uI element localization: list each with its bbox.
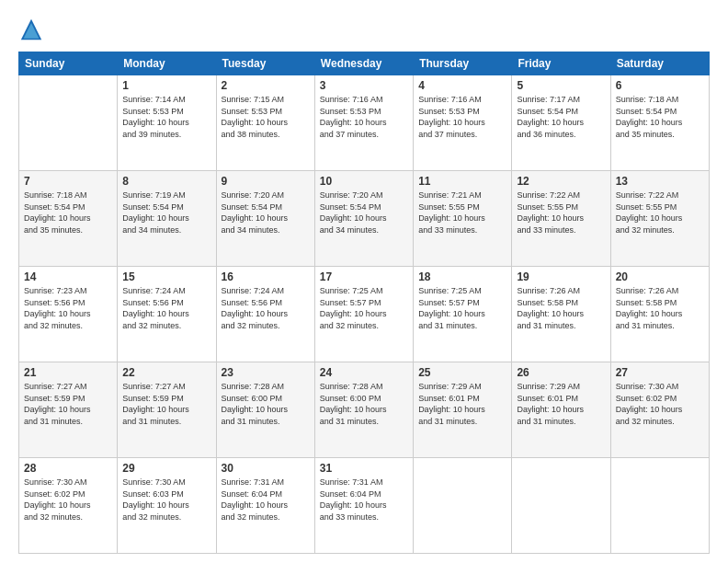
cell-info: Sunrise: 7:22 AM Sunset: 5:55 PM Dayligh… xyxy=(616,190,704,236)
cell-info: Sunrise: 7:26 AM Sunset: 5:58 PM Dayligh… xyxy=(616,285,704,331)
page: SundayMondayTuesdayWednesdayThursdayFrid… xyxy=(0,0,728,563)
calendar-cell: 24Sunrise: 7:28 AM Sunset: 6:00 PM Dayli… xyxy=(314,362,413,458)
cell-info: Sunrise: 7:25 AM Sunset: 5:57 PM Dayligh… xyxy=(320,285,408,331)
week-row-2: 7Sunrise: 7:18 AM Sunset: 5:54 PM Daylig… xyxy=(19,171,710,267)
day-headers-row: SundayMondayTuesdayWednesdayThursdayFrid… xyxy=(19,52,710,75)
calendar-cell: 28Sunrise: 7:30 AM Sunset: 6:02 PM Dayli… xyxy=(19,458,118,554)
cell-info: Sunrise: 7:28 AM Sunset: 6:00 PM Dayligh… xyxy=(320,381,408,427)
cell-info: Sunrise: 7:14 AM Sunset: 5:53 PM Dayligh… xyxy=(122,94,210,140)
day-number: 24 xyxy=(320,366,408,379)
calendar-cell: 18Sunrise: 7:25 AM Sunset: 5:57 PM Dayli… xyxy=(414,267,512,362)
cell-info: Sunrise: 7:18 AM Sunset: 5:54 PM Dayligh… xyxy=(616,94,704,140)
day-number: 17 xyxy=(320,270,408,283)
calendar-cell: 21Sunrise: 7:27 AM Sunset: 5:59 PM Dayli… xyxy=(19,362,118,458)
cell-info: Sunrise: 7:29 AM Sunset: 6:01 PM Dayligh… xyxy=(418,381,506,427)
calendar-cell: 9Sunrise: 7:20 AM Sunset: 5:54 PM Daylig… xyxy=(216,171,314,267)
day-number: 29 xyxy=(122,462,210,475)
day-number: 10 xyxy=(320,175,408,188)
day-number: 18 xyxy=(418,270,506,283)
day-number: 14 xyxy=(24,270,112,283)
calendar-cell: 17Sunrise: 7:25 AM Sunset: 5:57 PM Dayli… xyxy=(314,267,413,362)
day-header-tuesday: Tuesday xyxy=(216,52,314,75)
cell-info: Sunrise: 7:27 AM Sunset: 5:59 PM Dayligh… xyxy=(24,381,112,427)
day-number: 22 xyxy=(122,366,210,379)
day-number: 4 xyxy=(418,79,506,92)
calendar-body: 1Sunrise: 7:14 AM Sunset: 5:53 PM Daylig… xyxy=(19,75,710,554)
cell-info: Sunrise: 7:16 AM Sunset: 5:53 PM Dayligh… xyxy=(320,94,408,140)
calendar-cell: 22Sunrise: 7:27 AM Sunset: 5:59 PM Dayli… xyxy=(118,362,216,458)
calendar-cell: 2Sunrise: 7:15 AM Sunset: 5:53 PM Daylig… xyxy=(216,75,314,171)
day-number: 11 xyxy=(418,175,506,188)
day-number: 27 xyxy=(616,366,704,379)
logo xyxy=(18,17,48,42)
calendar-cell: 20Sunrise: 7:26 AM Sunset: 5:58 PM Dayli… xyxy=(610,267,709,362)
day-number: 7 xyxy=(24,175,112,188)
day-number: 26 xyxy=(517,366,605,379)
cell-info: Sunrise: 7:29 AM Sunset: 6:01 PM Dayligh… xyxy=(517,381,605,427)
calendar-cell: 25Sunrise: 7:29 AM Sunset: 6:01 PM Dayli… xyxy=(414,362,512,458)
day-number: 8 xyxy=(122,175,210,188)
day-number: 23 xyxy=(222,366,310,379)
calendar-cell xyxy=(414,458,512,554)
cell-info: Sunrise: 7:18 AM Sunset: 5:54 PM Dayligh… xyxy=(24,190,112,236)
calendar-cell: 14Sunrise: 7:23 AM Sunset: 5:56 PM Dayli… xyxy=(19,267,118,362)
cell-info: Sunrise: 7:28 AM Sunset: 6:00 PM Dayligh… xyxy=(222,381,310,427)
cell-info: Sunrise: 7:24 AM Sunset: 5:56 PM Dayligh… xyxy=(122,285,210,331)
calendar-cell: 16Sunrise: 7:24 AM Sunset: 5:56 PM Dayli… xyxy=(216,267,314,362)
calendar-cell: 8Sunrise: 7:19 AM Sunset: 5:54 PM Daylig… xyxy=(118,171,216,267)
calendar-cell: 23Sunrise: 7:28 AM Sunset: 6:00 PM Dayli… xyxy=(216,362,314,458)
day-number: 2 xyxy=(222,79,310,92)
week-row-1: 1Sunrise: 7:14 AM Sunset: 5:53 PM Daylig… xyxy=(19,75,710,171)
calendar-cell: 6Sunrise: 7:18 AM Sunset: 5:54 PM Daylig… xyxy=(610,75,709,171)
day-number: 30 xyxy=(222,462,310,475)
cell-info: Sunrise: 7:19 AM Sunset: 5:54 PM Dayligh… xyxy=(122,190,210,236)
day-number: 5 xyxy=(517,79,605,92)
calendar-cell: 4Sunrise: 7:16 AM Sunset: 5:53 PM Daylig… xyxy=(414,75,512,171)
calendar-cell: 13Sunrise: 7:22 AM Sunset: 5:55 PM Dayli… xyxy=(610,171,709,267)
day-number: 6 xyxy=(616,79,704,92)
calendar-cell xyxy=(610,458,709,554)
week-row-4: 21Sunrise: 7:27 AM Sunset: 5:59 PM Dayli… xyxy=(19,362,710,458)
day-number: 16 xyxy=(222,270,310,283)
cell-info: Sunrise: 7:31 AM Sunset: 6:04 PM Dayligh… xyxy=(320,477,408,523)
day-number: 13 xyxy=(616,175,704,188)
day-number: 21 xyxy=(24,366,112,379)
day-header-thursday: Thursday xyxy=(414,52,512,75)
cell-info: Sunrise: 7:26 AM Sunset: 5:58 PM Dayligh… xyxy=(517,285,605,331)
day-header-monday: Monday xyxy=(118,52,216,75)
calendar-table: SundayMondayTuesdayWednesdayThursdayFrid… xyxy=(18,52,710,554)
calendar-cell: 10Sunrise: 7:20 AM Sunset: 5:54 PM Dayli… xyxy=(314,171,413,267)
day-header-sunday: Sunday xyxy=(19,52,118,75)
calendar-cell: 7Sunrise: 7:18 AM Sunset: 5:54 PM Daylig… xyxy=(19,171,118,267)
cell-info: Sunrise: 7:17 AM Sunset: 5:54 PM Dayligh… xyxy=(517,94,605,140)
calendar-cell: 26Sunrise: 7:29 AM Sunset: 6:01 PM Dayli… xyxy=(512,362,610,458)
calendar-cell xyxy=(19,75,118,171)
calendar-cell: 12Sunrise: 7:22 AM Sunset: 5:55 PM Dayli… xyxy=(512,171,610,267)
cell-info: Sunrise: 7:31 AM Sunset: 6:04 PM Dayligh… xyxy=(222,477,310,523)
calendar-cell: 1Sunrise: 7:14 AM Sunset: 5:53 PM Daylig… xyxy=(118,75,216,171)
day-number: 20 xyxy=(616,270,704,283)
week-row-5: 28Sunrise: 7:30 AM Sunset: 6:02 PM Dayli… xyxy=(19,458,710,554)
cell-info: Sunrise: 7:24 AM Sunset: 5:56 PM Dayligh… xyxy=(222,285,310,331)
day-number: 19 xyxy=(517,270,605,283)
day-header-wednesday: Wednesday xyxy=(314,52,413,75)
week-row-3: 14Sunrise: 7:23 AM Sunset: 5:56 PM Dayli… xyxy=(19,267,710,362)
day-number: 25 xyxy=(418,366,506,379)
calendar-cell: 11Sunrise: 7:21 AM Sunset: 5:55 PM Dayli… xyxy=(414,171,512,267)
calendar-cell: 19Sunrise: 7:26 AM Sunset: 5:58 PM Dayli… xyxy=(512,267,610,362)
calendar-cell xyxy=(512,458,610,554)
cell-info: Sunrise: 7:21 AM Sunset: 5:55 PM Dayligh… xyxy=(418,190,506,236)
day-number: 9 xyxy=(222,175,310,188)
day-number: 1 xyxy=(122,79,210,92)
cell-info: Sunrise: 7:27 AM Sunset: 5:59 PM Dayligh… xyxy=(122,381,210,427)
calendar-cell: 27Sunrise: 7:30 AM Sunset: 6:02 PM Dayli… xyxy=(610,362,709,458)
logo-icon xyxy=(18,17,44,42)
cell-info: Sunrise: 7:20 AM Sunset: 5:54 PM Dayligh… xyxy=(222,190,310,236)
cell-info: Sunrise: 7:25 AM Sunset: 5:57 PM Dayligh… xyxy=(418,285,506,331)
header xyxy=(18,17,710,42)
calendar-cell: 15Sunrise: 7:24 AM Sunset: 5:56 PM Dayli… xyxy=(118,267,216,362)
day-number: 12 xyxy=(517,175,605,188)
day-number: 28 xyxy=(24,462,112,475)
cell-info: Sunrise: 7:23 AM Sunset: 5:56 PM Dayligh… xyxy=(24,285,112,331)
cell-info: Sunrise: 7:15 AM Sunset: 5:53 PM Dayligh… xyxy=(222,94,310,140)
